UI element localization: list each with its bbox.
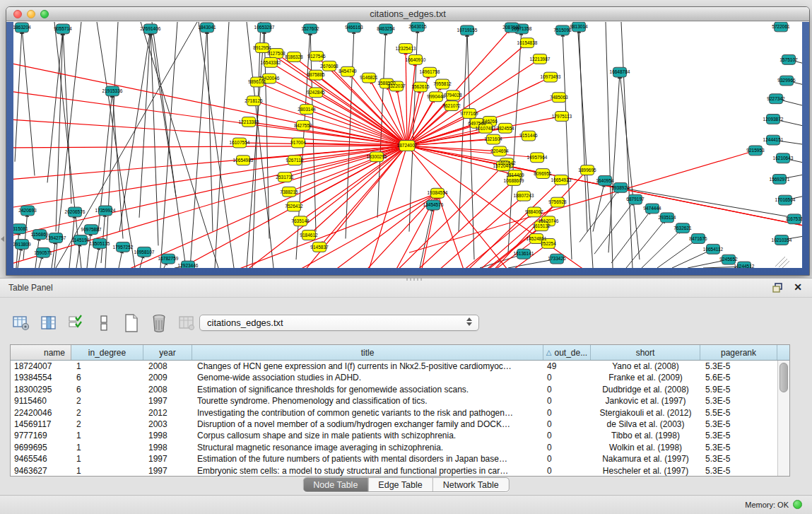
table-cell: 1 [71, 465, 143, 476]
table-cell: 5.6E-5 [700, 372, 777, 383]
graph-node-label: 8454749 [339, 69, 357, 74]
scrollbar-thumb[interactable] [779, 363, 788, 392]
float-window-icon[interactable] [772, 283, 784, 293]
table-row[interactable]: 1938455462009Genome-wide association stu… [11, 372, 777, 383]
table-settings-icon[interactable] [11, 313, 31, 333]
graph-node-label: 3824554 [496, 126, 514, 131]
table-row[interactable]: 969969511998Structural magnetic resonanc… [11, 442, 777, 453]
tab-network-table[interactable]: Network Table [433, 478, 509, 491]
graph-node-label: 10688609 [504, 178, 524, 183]
table-panel-header[interactable]: Table Panel ✕ [0, 279, 812, 298]
delete-icon[interactable] [149, 313, 169, 333]
graph-edge [113, 98, 123, 239]
table-row[interactable]: 1456911722003Disruption of a novel membe… [11, 419, 777, 430]
graph-node-label: 17957252 [113, 245, 134, 250]
graph-node-label: 10244512 [734, 264, 755, 268]
table-cell: Tourette syndrome. Phenomenology and cla… [192, 395, 543, 407]
graph-edge [276, 66, 407, 146]
graph-edge [252, 22, 261, 268]
column-visibility-icon[interactable] [39, 313, 59, 333]
window-titlebar[interactable]: citations_edges.txt [6, 7, 809, 21]
graph-edge [365, 230, 536, 268]
graph-edge [420, 211, 432, 268]
table-cell: 18724007 [11, 361, 71, 372]
table-row[interactable]: 911546021997Tourette syndrome. Phenomeno… [11, 395, 777, 407]
graph-node-label: 10653287 [254, 25, 275, 30]
graph-node-label: 8813014 [570, 24, 588, 29]
graph-node-label: 9242845 [307, 90, 325, 95]
graph-node-label: 9184612 [300, 233, 318, 238]
column-header-label: year [159, 348, 175, 358]
close-icon[interactable]: ✕ [794, 281, 802, 293]
column-header-label: pagerank [721, 348, 756, 358]
network-canvas[interactable]: 1863204905571427691406184304110653287152… [13, 22, 802, 268]
column-header-short[interactable]: short [591, 345, 700, 360]
graph-node-label: 8096951 [534, 171, 552, 176]
table-cell: Nakamura et al. (1997) [591, 453, 700, 465]
column-header-title[interactable]: title [192, 345, 543, 360]
table-row[interactable]: 977716911998Corpus callosum shape and si… [11, 430, 777, 441]
graph-node-label: 12093872 [763, 117, 784, 122]
column-header-pagerank[interactable]: pagerank [700, 345, 777, 360]
graph-node-label: 14957964 [527, 155, 548, 160]
graph-edge [621, 22, 632, 268]
table-row[interactable]: 1872400712008Changes of HCN gene express… [11, 361, 777, 372]
tab-edge-table[interactable]: Edge Table [368, 478, 433, 491]
new-document-icon[interactable] [122, 313, 141, 333]
graph-node-label: 2643015 [408, 24, 427, 29]
citation-graph[interactable]: 1863204905571427691406184304110653287152… [13, 22, 802, 268]
graph-node-label: 17359924 [95, 208, 116, 213]
table-cell: Estimation of the future numbers of pati… [192, 453, 543, 465]
graph-edge [642, 233, 678, 268]
memory-status[interactable]: Memory: OK [745, 500, 802, 509]
table-row[interactable]: 946554611997Estimation of the future num… [11, 453, 777, 465]
table-cell: Estimation of significance thresholds fo… [192, 384, 543, 395]
graph-edge [372, 225, 543, 268]
table-selector-dropdown[interactable]: citations_edges.txt [199, 315, 479, 331]
graph-node-label: 16648784 [610, 69, 630, 74]
column-header-out_de[interactable]: △out_de... [543, 345, 591, 360]
table-cell: 0 [543, 407, 591, 419]
memory-label: Memory: OK [745, 501, 789, 509]
graph-node-label: 1899695 [578, 168, 596, 173]
tab-node-table[interactable]: Node Table [303, 478, 368, 491]
table-row[interactable]: 1830029562008Estimation of significance … [11, 384, 777, 395]
column-header-in_degree[interactable]: in_degree [71, 345, 143, 360]
graph-edge [563, 37, 572, 259]
table-cell: Hescheler et al. (1997) [591, 465, 700, 476]
graph-node-label: 1590571 [34, 250, 52, 255]
graph-node-label: 21915336 [102, 88, 123, 93]
graph-node-label: 8471676 [689, 236, 707, 241]
graph-node-label: 2803144 [298, 107, 316, 112]
column-pair-icon[interactable] [94, 313, 114, 333]
table-scrollbar[interactable] [777, 361, 789, 476]
graph-edge [215, 22, 229, 268]
table-cell: 1 [71, 442, 143, 453]
graph-node-label: 9466163 [345, 25, 363, 30]
graph-node-label: 16782759 [158, 256, 179, 261]
table-cell: 9699695 [11, 442, 71, 453]
graph-node-label: 16107554 [230, 140, 250, 145]
graph-node-label: 9315081 [13, 226, 28, 231]
table-cell: 5.5E-5 [700, 407, 777, 419]
table-cell: 1998 [143, 430, 192, 441]
panel-splitter-handle[interactable] [406, 278, 422, 281]
table-selector-value: citations_edges.txt [207, 317, 283, 328]
table-row[interactable]: 946362711997Embryonic stem cells: a mode… [11, 465, 777, 476]
graph-node-label: 13942757 [46, 235, 66, 240]
dropdown-arrows-icon [466, 317, 472, 326]
column-header-name[interactable]: name [11, 345, 71, 360]
panel-collapse-arrow-icon[interactable] [1, 236, 4, 242]
graph-node-label: 15720407 [493, 163, 514, 168]
row-select-icon[interactable] [66, 313, 86, 333]
graph-node-label: 7515098 [553, 28, 572, 33]
graph-node-label: 1167533 [786, 216, 802, 221]
graph-edge [611, 214, 649, 263]
graph-edge [305, 146, 407, 218]
table-row[interactable]: 2242004622012Investigating the contribut… [11, 407, 777, 419]
graph-node-label: 746266 [482, 119, 498, 124]
column-header-year[interactable]: year [143, 345, 192, 360]
table-cell: 9777169 [11, 430, 71, 441]
import-table-icon[interactable] [177, 313, 196, 333]
graph-node-label: 12213383 [239, 119, 259, 124]
